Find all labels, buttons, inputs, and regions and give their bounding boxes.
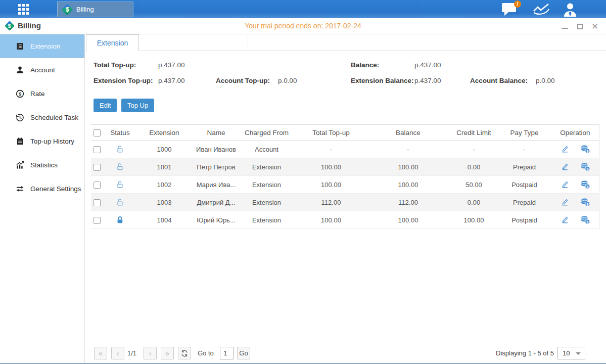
window-controls: ✕ — [561, 18, 599, 34]
charged-from-cell: Extension — [238, 163, 296, 171]
column-header-status: Status — [106, 129, 134, 136]
next-page-button[interactable]: › — [144, 347, 157, 359]
table-row: 1002Мария Ива...Extension100.00100.0050.… — [91, 176, 599, 194]
sidebar-item-top-up-history[interactable]: Top-up History — [0, 129, 84, 153]
app-grid-icon[interactable] — [18, 4, 35, 15]
extension-cell: 1000 — [134, 146, 195, 153]
displaying-text: Displaying 1 - 5 of 5 — [496, 349, 554, 357]
select-all-checkbox[interactable] — [94, 129, 101, 136]
balance-cell: 100.00 — [366, 216, 450, 224]
operation-cell: $ — [551, 180, 599, 189]
go-button[interactable]: Go — [237, 347, 250, 359]
edit-icon[interactable] — [561, 145, 569, 154]
close-button[interactable]: ✕ — [591, 22, 599, 30]
edit-icon[interactable] — [561, 198, 569, 207]
extension-topup-value: p.437.00 — [158, 77, 185, 84]
statistics-icon — [16, 161, 24, 169]
minimize-button[interactable] — [561, 22, 569, 30]
operation-cell: $ — [551, 198, 599, 207]
notifications-button[interactable]: ! — [501, 3, 520, 16]
tab-extension[interactable]: Extension — [86, 34, 139, 51]
topup-button[interactable]: Top Up — [121, 99, 154, 112]
column-header-name: Name — [195, 129, 238, 136]
balance-label: Balance: — [351, 61, 379, 69]
last-page-button[interactable]: » — [161, 347, 174, 359]
sidebar-item-label: Account — [30, 66, 55, 74]
tab-separator — [248, 35, 248, 51]
billing-app-tab[interactable]: $ Billing — [57, 2, 133, 17]
row-checkbox[interactable] — [94, 199, 101, 206]
minimize-icon — [562, 28, 568, 29]
page-indicator: 1/1 — [127, 349, 136, 357]
sidebar-item-general-settings[interactable]: General Settings — [0, 177, 84, 201]
svg-text:$: $ — [19, 91, 22, 97]
total-topup-cell: 100.00 — [296, 216, 366, 224]
goto-page-input[interactable] — [220, 347, 234, 359]
sidebar-item-statistics[interactable]: Statistics — [0, 153, 84, 177]
topup-coins-icon[interactable]: $ — [580, 180, 590, 189]
sidebar-item-label: Extension — [30, 42, 60, 50]
topup-coins-icon[interactable]: $ — [580, 145, 590, 154]
row-checkbox[interactable] — [94, 217, 101, 224]
row-checkbox[interactable] — [94, 146, 101, 153]
balance-cell: 112.00 — [366, 199, 450, 206]
account-topup-value: p.0.00 — [278, 77, 297, 84]
svg-text:$: $ — [586, 150, 588, 154]
extension-cell: 1004 — [134, 216, 195, 224]
edit-icon[interactable] — [561, 180, 569, 189]
operation-cell: $ — [551, 215, 599, 224]
refresh-icon — [181, 350, 188, 357]
total-topup-cell: 100.00 — [296, 181, 366, 189]
edit-icon[interactable] — [561, 162, 569, 171]
name-cell: Петр Петров — [195, 163, 238, 171]
table-row: 1001Петр ПетровExtension100.00100.000.00… — [91, 158, 599, 176]
page-size-select[interactable]: 10 — [557, 347, 585, 359]
first-page-button[interactable]: « — [94, 347, 107, 359]
table-row: 1000Иван ИвановAccount----$ — [91, 141, 599, 158]
lock-closed-icon — [116, 216, 124, 224]
status-cell — [106, 215, 134, 224]
lock-open-icon — [116, 198, 124, 207]
maximize-button[interactable] — [576, 22, 584, 30]
row-checkbox[interactable] — [94, 164, 101, 171]
edit-icon[interactable] — [561, 215, 569, 224]
extension-icon — [16, 42, 24, 51]
topup-coins-icon[interactable]: $ — [580, 198, 590, 207]
sidebar-item-extension[interactable]: Extension — [0, 34, 84, 58]
status-cell — [106, 198, 134, 206]
total-topup-label: Total Top-up: — [94, 61, 136, 69]
edit-button[interactable]: Edit — [94, 99, 117, 112]
sidebar-item-label: Top-up History — [30, 138, 74, 145]
chevron-down-icon — [576, 352, 581, 355]
reports-button[interactable] — [532, 3, 550, 16]
sidebar-item-rate[interactable]: $Rate — [0, 82, 84, 106]
row-checkbox[interactable] — [94, 181, 101, 189]
scheduled-task-icon — [16, 113, 24, 122]
page-size-value: 10 — [563, 349, 570, 357]
account-topup-label: Account Top-up: — [216, 77, 270, 84]
close-icon: ✕ — [591, 22, 598, 31]
svg-text:$: $ — [586, 167, 588, 171]
extension-cell: 1001 — [134, 163, 195, 171]
topup-coins-icon[interactable]: $ — [580, 215, 590, 224]
general-settings-icon — [16, 185, 24, 193]
user-icon — [562, 3, 578, 17]
sidebar-item-account[interactable]: Account — [0, 58, 84, 82]
lock-open-icon — [116, 145, 124, 154]
column-header-balance: Balance — [366, 129, 450, 136]
pay-type-cell: Postpaid — [498, 216, 551, 224]
sidebar-item-scheduled-task[interactable]: Scheduled Task — [0, 106, 84, 129]
prev-page-button[interactable]: ‹ — [111, 347, 124, 359]
pay-type-cell: Postpaid — [498, 181, 551, 189]
sidebar-item-label: Statistics — [30, 161, 58, 169]
trial-notice: Your trial period ends on: 2017-02-24 — [0, 22, 606, 30]
credit-limit-cell: 50.00 — [450, 181, 498, 189]
user-account-button[interactable] — [562, 3, 580, 16]
charged-from-cell: Extension — [238, 199, 296, 206]
topup-coins-icon[interactable]: $ — [580, 162, 590, 171]
table-body: 1000Иван ИвановAccount----$1001Петр Петр… — [91, 141, 599, 229]
balance-value: p.437.00 — [414, 61, 441, 69]
total-topup-cell: - — [296, 146, 366, 153]
refresh-button[interactable] — [178, 347, 191, 359]
charged-from-cell: Extension — [238, 216, 296, 224]
